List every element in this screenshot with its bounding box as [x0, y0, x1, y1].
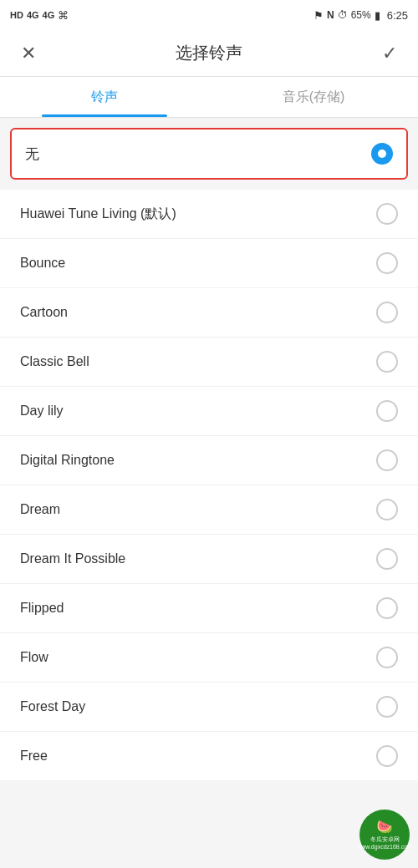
page-title: 选择铃声 — [176, 42, 242, 64]
status-left: HD 4G 4G ⌘ — [10, 9, 69, 22]
list-item-text: Day lily — [20, 404, 64, 419]
list-item[interactable]: Flipped — [0, 584, 418, 633]
status-right: ⚑ N ⏱ 65% ▮ 6:25 — [314, 9, 408, 22]
title-bar: ✕ 选择铃声 ✓ — [0, 30, 418, 77]
radio-button — [376, 449, 398, 471]
signal-4g-1: 4G — [27, 10, 39, 20]
list-item[interactable]: Huawei Tune Living (默认) — [0, 190, 418, 239]
selected-item-label: 无 — [25, 145, 39, 164]
list-item-text: Free — [20, 749, 48, 764]
selected-item-none[interactable]: 无 — [10, 128, 408, 180]
close-button[interactable]: ✕ — [13, 38, 43, 69]
list-item-text: Forest Day — [20, 699, 85, 714]
ringtone-list: Huawei Tune Living (默认)BounceCartoonClas… — [0, 190, 418, 780]
list-item[interactable]: Dream It Possible — [0, 535, 418, 584]
status-bar: HD 4G 4G ⌘ ⚑ N ⏱ 65% ▮ 6:25 — [0, 0, 418, 30]
radio-button — [376, 203, 398, 225]
list-item[interactable]: Day lily — [0, 387, 418, 436]
list-item[interactable]: Classic Bell — [0, 338, 418, 387]
clock-icon: ⏱ — [338, 9, 348, 21]
radio-button — [376, 499, 398, 520]
time-display: 6:25 — [387, 9, 408, 22]
radio-button — [376, 302, 398, 323]
wifi-icon: ⌘ — [58, 9, 69, 22]
radio-button — [376, 597, 398, 619]
signal-4g-2: 4G — [43, 10, 55, 20]
tabs-container: 铃声 音乐(存储) — [0, 77, 418, 118]
list-item-text: Cartoon — [20, 305, 68, 320]
network-indicator: HD — [10, 10, 23, 20]
radio-button — [376, 400, 398, 422]
radio-button — [376, 548, 398, 570]
tab-ringtone-label: 铃声 — [91, 89, 118, 106]
list-item-text: Huawei Tune Living (默认) — [20, 206, 176, 223]
watermark-line2: www.dgxcdz168.com — [357, 843, 412, 850]
list-item[interactable]: Flow — [0, 633, 418, 683]
watermark: 🍉 冬瓜安卓网 www.dgxcdz168.com — [359, 810, 410, 860]
radio-button — [376, 696, 398, 718]
radio-button — [376, 252, 398, 274]
list-item[interactable]: Digital Ringtone — [0, 436, 418, 485]
list-item[interactable]: Bounce — [0, 239, 418, 288]
list-item-text: Classic Bell — [20, 354, 89, 369]
notification-icon: ⚑ — [314, 9, 324, 22]
list-item[interactable]: Cartoon — [0, 288, 418, 338]
list-item-text: Flipped — [20, 601, 64, 616]
tab-ringtone[interactable]: 铃声 — [0, 77, 209, 117]
tab-music[interactable]: 音乐(存储) — [209, 77, 418, 117]
battery-percentage: 65% — [351, 9, 371, 21]
radio-button — [376, 647, 398, 668]
list-item[interactable]: Free — [0, 732, 418, 780]
list-item-text: Dream It Possible — [20, 551, 125, 566]
watermark-emoji: 🍉 — [376, 819, 393, 836]
selected-radio-filled — [371, 143, 393, 165]
confirm-button[interactable]: ✓ — [375, 38, 405, 69]
list-item[interactable]: Forest Day — [0, 683, 418, 732]
list-item-text: Flow — [20, 650, 48, 665]
list-item-text: Bounce — [20, 256, 65, 271]
list-item-text: Digital Ringtone — [20, 453, 115, 468]
radio-button — [376, 351, 398, 373]
list-item[interactable]: Dream — [0, 485, 418, 535]
list-item-text: Dream — [20, 502, 60, 517]
nfc-icon: N — [327, 9, 334, 21]
tab-music-label: 音乐(存储) — [283, 89, 345, 106]
battery-icon: ▮ — [375, 9, 380, 22]
watermark-line1: 冬瓜安卓网 — [370, 835, 400, 843]
radio-button — [376, 745, 398, 767]
